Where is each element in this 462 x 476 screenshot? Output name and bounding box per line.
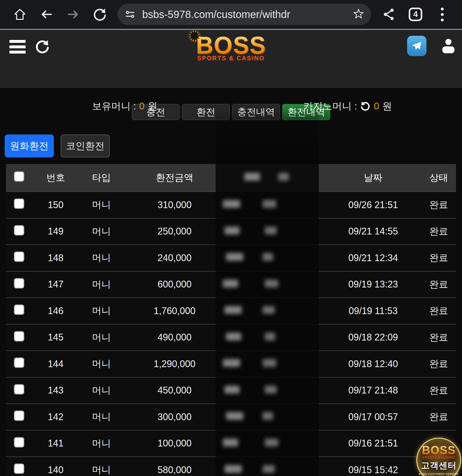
table-row: 149 머니 250,000 09/21 14:55 완료 — [6, 218, 456, 245]
table-row: 148 머니 240,000 09/21 12:34 완료 — [6, 244, 456, 271]
subtab-krw-exchange[interactable]: 원화환전 — [5, 134, 54, 157]
reload-icon[interactable] — [87, 2, 112, 27]
cell-amount: 580,000 — [126, 465, 223, 475]
cell-no: 143 — [35, 385, 77, 396]
cell-amount: 1,290,000 — [126, 359, 223, 369]
cell-no: 142 — [35, 412, 77, 422]
badge-label: 고객센터 — [421, 460, 457, 472]
table-body: 150 머니 310,000 09/26 21:51 완료 149 머니 250… — [6, 191, 456, 476]
cell-date: 09/26 21:51 — [325, 199, 421, 210]
row-checkbox[interactable] — [14, 331, 24, 342]
cell-status: 완료 — [421, 410, 456, 423]
cell-date: 09/18 22:09 — [325, 332, 421, 343]
cell-amount: 450,000 — [126, 385, 223, 396]
cell-status: 완료 — [421, 384, 456, 397]
cell-no: 149 — [35, 226, 77, 237]
casino-balance: 카지노머니 : 0원 — [303, 100, 392, 113]
cell-type: 머니 — [77, 357, 126, 370]
customer-service-badge[interactable]: BOSS SPORTS & CASINO 고객센터 BOSS CUSTOMER … — [416, 438, 461, 476]
spark-icon: ✹ — [189, 28, 201, 44]
forward-icon[interactable] — [61, 2, 86, 27]
col-date: 날짜 — [325, 171, 421, 184]
cell-amount: 1,760,000 — [126, 305, 223, 316]
cell-type: 머니 — [77, 225, 126, 238]
cell-no: 145 — [35, 332, 77, 343]
withdraw-history-table: 번호 타입 환전금액 날짜 상태 150 머니 310,000 09/26 21… — [6, 164, 456, 476]
wallet-amount: 0 — [139, 101, 145, 112]
subtab-coin-exchange[interactable]: 코인환전 — [61, 134, 110, 157]
row-checkbox[interactable] — [14, 437, 24, 448]
url-bar[interactable]: bsbs-5978.com/customer/withdr — [118, 4, 371, 25]
cell-amount: 300,000 — [126, 412, 223, 422]
cell-date: 09/18 12:40 — [325, 359, 421, 369]
tab-switcher[interactable]: 4 — [403, 2, 428, 27]
cell-type: 머니 — [77, 437, 126, 450]
col-type: 타입 — [77, 171, 126, 184]
site-settings-icon — [124, 9, 136, 20]
select-all-checkbox[interactable] — [14, 171, 24, 182]
cell-type: 머니 — [77, 304, 126, 317]
cell-type: 머니 — [77, 384, 126, 397]
cell-date: 09/19 11:53 — [325, 305, 421, 316]
cell-amount: 250,000 — [126, 226, 223, 237]
row-checkbox[interactable] — [14, 251, 24, 262]
wallet-balance: 보유머니 :0원 — [92, 100, 157, 113]
row-checkbox[interactable] — [14, 357, 24, 368]
col-status: 상태 — [421, 171, 456, 184]
cell-status: 완료 — [421, 357, 456, 370]
cell-amount: 310,000 — [126, 199, 223, 210]
cell-amount: 100,000 — [126, 438, 223, 449]
cell-date: 09/15 15:42 — [325, 465, 421, 475]
cell-date: 09/16 21:51 — [325, 438, 421, 449]
cell-date: 09/21 12:34 — [325, 252, 421, 263]
table-row: 145 머니 490,000 09/18 22:09 완료 — [6, 324, 456, 351]
row-checkbox[interactable] — [14, 225, 24, 236]
browser-toolbar: bsbs-5978.com/customer/withdr 4 — [0, 0, 462, 29]
cell-no: 144 — [35, 359, 77, 369]
cell-status: 완료 — [421, 304, 456, 317]
browser-menu-icon[interactable] — [430, 2, 455, 27]
row-checkbox[interactable] — [14, 410, 24, 421]
row-checkbox[interactable] — [14, 384, 24, 395]
url-text: bsbs-5978.com/customer/withdr — [142, 9, 350, 20]
cell-date: 09/17 00:57 — [325, 412, 421, 422]
cell-type: 머니 — [77, 278, 126, 291]
cell-status: 완료 — [421, 198, 456, 211]
cell-status: 완료 — [421, 251, 456, 264]
table-row: 147 머니 600,000 09/19 13:23 완료 — [6, 271, 456, 298]
table-row: 144 머니 1,290,000 09/18 12:40 완료 — [6, 350, 456, 377]
row-checkbox[interactable] — [14, 463, 24, 474]
cell-type: 머니 — [77, 331, 126, 344]
casino-refresh-icon[interactable] — [360, 101, 371, 111]
profile-icon[interactable] — [438, 35, 458, 56]
table-row: 142 머니 300,000 09/17 00:57 완료 — [6, 403, 456, 430]
site-header: ✹BOSS SPORTS & CASINO 보유머니 :0원 카지노머니 : 0… — [0, 30, 462, 88]
bookmark-star-icon[interactable] — [353, 8, 364, 21]
cell-date: 09/21 14:55 — [325, 226, 421, 237]
cell-type: 머니 — [77, 251, 126, 264]
back-icon[interactable] — [34, 2, 59, 27]
cell-status: 완료 — [421, 225, 456, 238]
sub-tabs: 원화환전 코인환전 — [5, 134, 462, 157]
tab-count: 4 — [409, 8, 422, 21]
col-amount: 환전금액 — [126, 171, 223, 184]
cell-no: 148 — [35, 252, 77, 263]
cell-date: 09/17 21:48 — [325, 385, 421, 396]
cell-amount: 240,000 — [126, 252, 223, 263]
site-logo[interactable]: ✹BOSS SPORTS & CASINO — [0, 32, 462, 62]
telegram-button[interactable] — [407, 36, 426, 56]
cell-no: 150 — [35, 199, 77, 210]
badge-title: BOSS — [422, 445, 456, 455]
row-checkbox[interactable] — [14, 198, 24, 209]
cell-amount: 600,000 — [126, 279, 223, 290]
table-row: 143 머니 450,000 09/17 21:48 완료 — [6, 377, 456, 404]
cell-status: 완료 — [421, 331, 456, 344]
logo-title: ✹BOSS — [196, 32, 266, 59]
row-checkbox[interactable] — [14, 278, 24, 289]
cell-type: 머니 — [77, 198, 126, 211]
share-icon[interactable] — [376, 2, 401, 27]
table-row: 150 머니 310,000 09/26 21:51 완료 — [6, 191, 456, 218]
cell-type: 머니 — [77, 410, 126, 423]
row-checkbox[interactable] — [14, 304, 24, 315]
home-icon[interactable] — [7, 2, 32, 27]
